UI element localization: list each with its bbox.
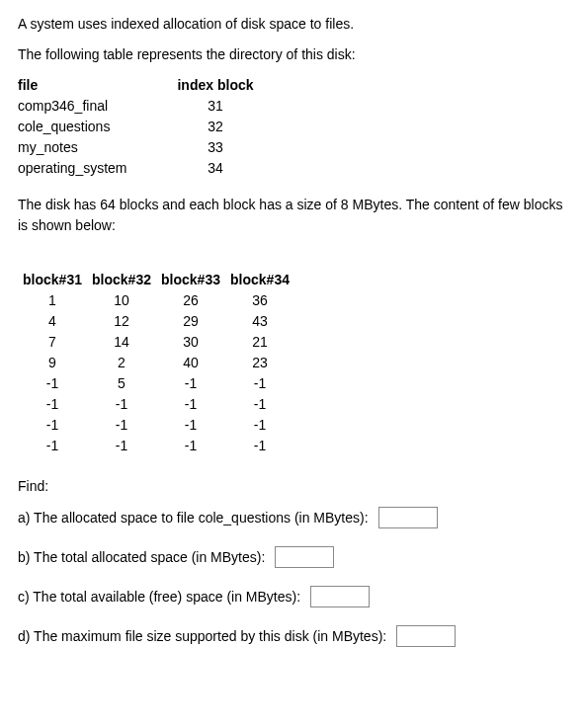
directory-table: file index block comp346_final 31 cole_q… — [18, 75, 566, 179]
answer-a-input[interactable] — [378, 507, 438, 528]
block-row: -1 -1 -1 -1 — [18, 436, 566, 456]
block-header: block#32 — [87, 270, 156, 290]
dir-row: comp346_final 31 — [18, 96, 566, 117]
disk-description: The disk has 64 blocks and each block ha… — [18, 195, 566, 236]
block-row: 1 10 26 36 — [18, 290, 566, 311]
dir-file-name: operating_system — [18, 158, 166, 179]
block-cell: 29 — [156, 311, 225, 332]
block-cell: 36 — [225, 290, 294, 311]
block-row: 9 2 40 23 — [18, 353, 566, 373]
block-cell: -1 — [156, 436, 225, 456]
intro-line-1: A system uses indexed allocation of disk… — [18, 14, 566, 35]
question-d-row: d) The maximum file size supported by th… — [18, 625, 566, 647]
block-cell: -1 — [18, 436, 87, 456]
block-cell: -1 — [156, 415, 225, 436]
question-c-text: c) The total available (free) space (in … — [18, 587, 300, 607]
question-c-row: c) The total available (free) space (in … — [18, 586, 566, 607]
block-cell: 5 — [87, 373, 156, 394]
block-cell: 4 — [18, 311, 87, 332]
dir-row: my_notes 33 — [18, 137, 566, 158]
dir-index-block: 34 — [166, 158, 265, 179]
block-cell: 43 — [225, 311, 294, 332]
dir-file-name: comp346_final — [18, 96, 166, 117]
block-cell: -1 — [225, 373, 294, 394]
answer-b-input[interactable] — [275, 546, 334, 568]
question-a-text: a) The allocated space to file cole_ques… — [18, 508, 369, 528]
block-row: -1 5 -1 -1 — [18, 373, 566, 394]
dir-row: cole_questions 32 — [18, 117, 566, 137]
block-row: 7 14 30 21 — [18, 332, 566, 353]
blocks-table: block#31 block#32 block#33 block#34 1 10… — [18, 270, 566, 456]
block-cell: -1 — [18, 415, 87, 436]
block-cell: 12 — [87, 311, 156, 332]
block-cell: -1 — [87, 415, 156, 436]
block-cell: 2 — [87, 353, 156, 373]
block-cell: -1 — [18, 373, 87, 394]
dir-file-name: cole_questions — [18, 117, 166, 137]
block-cell: -1 — [225, 436, 294, 456]
block-cell: 9 — [18, 353, 87, 373]
block-cell: 26 — [156, 290, 225, 311]
block-cell: -1 — [225, 394, 294, 415]
dir-header-index: index block — [166, 75, 265, 96]
block-cell: -1 — [225, 415, 294, 436]
block-cell: -1 — [156, 394, 225, 415]
question-b-text: b) The total allocated space (in MBytes)… — [18, 547, 265, 568]
block-row: -1 -1 -1 -1 — [18, 394, 566, 415]
block-cell: 30 — [156, 332, 225, 353]
block-row: 4 12 29 43 — [18, 311, 566, 332]
dir-index-block: 31 — [166, 96, 265, 117]
block-header: block#33 — [156, 270, 225, 290]
block-cell: -1 — [18, 394, 87, 415]
dir-file-name: my_notes — [18, 137, 166, 158]
block-cell: -1 — [87, 394, 156, 415]
question-b-row: b) The total allocated space (in MBytes)… — [18, 546, 566, 568]
answer-c-input[interactable] — [310, 586, 370, 607]
block-row: -1 -1 -1 -1 — [18, 415, 566, 436]
dir-index-block: 32 — [166, 117, 265, 137]
block-cell: 7 — [18, 332, 87, 353]
block-cell: 14 — [87, 332, 156, 353]
block-header: block#31 — [18, 270, 87, 290]
dir-index-block: 33 — [166, 137, 265, 158]
block-cell: 10 — [87, 290, 156, 311]
find-label: Find: — [18, 476, 566, 497]
answer-d-input[interactable] — [396, 625, 456, 647]
question-a-row: a) The allocated space to file cole_ques… — [18, 507, 566, 528]
block-cell: 21 — [225, 332, 294, 353]
intro-line-2: The following table represents the direc… — [18, 44, 566, 65]
dir-header-file: file — [18, 75, 166, 96]
dir-row: operating_system 34 — [18, 158, 566, 179]
block-cell: 1 — [18, 290, 87, 311]
block-header: block#34 — [225, 270, 294, 290]
block-cell: -1 — [156, 373, 225, 394]
question-d-text: d) The maximum file size supported by th… — [18, 626, 386, 647]
block-cell: -1 — [87, 436, 156, 456]
block-cell: 23 — [225, 353, 294, 373]
block-cell: 40 — [156, 353, 225, 373]
